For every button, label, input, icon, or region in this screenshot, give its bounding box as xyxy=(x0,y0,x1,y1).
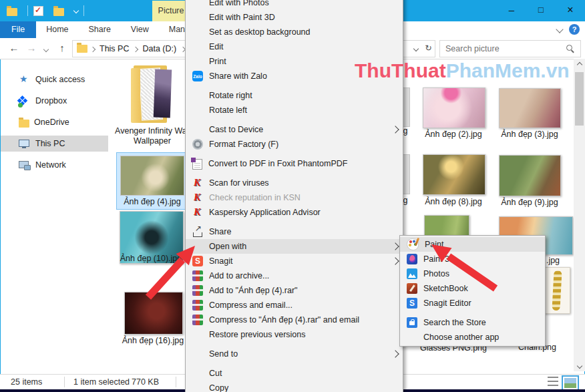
file-label[interactable]: Avenger Infinity War Wallpaper xyxy=(111,126,194,146)
sidebar-item[interactable]: This PC xyxy=(1,136,108,152)
sidebar-item-icon xyxy=(19,120,29,128)
context-menu-item[interactable]: Add to archive... xyxy=(186,268,403,283)
search-box[interactable] xyxy=(439,40,581,57)
menu-item-label: Open with xyxy=(209,242,390,251)
menu-item-label: Scan for viruses xyxy=(209,178,390,188)
context-menu-item[interactable]: Format Factory (F) xyxy=(186,137,403,152)
context-menu-item[interactable]: Set as desktop background xyxy=(186,25,403,39)
file-thumbnail-partial[interactable] xyxy=(424,215,469,238)
customize-toolbar-chevron-icon[interactable] xyxy=(73,8,79,13)
context-menu-item[interactable]: Snagit xyxy=(186,254,403,268)
properties-check-icon[interactable] xyxy=(33,6,43,16)
submenu-item[interactable]: Paint 3D xyxy=(400,252,545,266)
help-icon[interactable] xyxy=(569,24,580,35)
context-menu-item[interactable] xyxy=(186,118,403,122)
context-menu-item[interactable]: Compress to "Ảnh đẹp (4).rar" and email xyxy=(186,313,403,327)
context-menu-item[interactable]: Scan for viruses xyxy=(186,176,403,190)
submenu-item[interactable]: Paint xyxy=(400,237,545,252)
refresh-icon[interactable]: ↻ xyxy=(422,40,435,57)
forward-button[interactable]: → xyxy=(24,41,39,55)
vertical-scrollbar[interactable] xyxy=(574,59,585,371)
file-label[interactable]: Ảnh đẹp (10).jpg xyxy=(111,254,191,264)
details-view-icon[interactable] xyxy=(548,377,558,387)
file-label[interactable]: Ảnh đẹp (2).jpg xyxy=(419,130,488,140)
file-item-selected[interactable]: Ảnh đẹp (4).jpg xyxy=(116,152,188,210)
file-thumbnail[interactable] xyxy=(499,155,561,196)
submenu-item[interactable]: Snagit Editor xyxy=(400,296,545,311)
context-menu-item[interactable]: Cast to Device xyxy=(186,122,403,137)
file-label[interactable]: Ảnh đẹp (8).jpg xyxy=(419,197,488,207)
context-menu-item[interactable]: Send to xyxy=(186,347,403,361)
context-menu-item[interactable] xyxy=(186,220,403,224)
submenu-item[interactable]: Choose another app xyxy=(400,330,545,345)
context-menu-item[interactable]: Kaspersky Application Advisor xyxy=(186,205,403,220)
file-thumbnail[interactable] xyxy=(124,292,183,335)
ribbon-tab-label: Share xyxy=(89,25,111,34)
file-thumbnail[interactable] xyxy=(499,88,561,128)
breadcrumb-data-d[interactable]: Data (D:) xyxy=(140,44,179,53)
file-thumbnail-partial[interactable] xyxy=(544,267,570,314)
menu-item-label: Rotate right xyxy=(209,91,390,100)
context-menu-item[interactable] xyxy=(186,152,403,156)
context-menu-item[interactable]: Check reputation in KSN xyxy=(186,190,403,205)
sidebar-item[interactable]: Dropbox xyxy=(1,93,108,109)
context-menu-item[interactable]: Open with xyxy=(186,239,403,254)
context-menu-item[interactable] xyxy=(186,171,403,176)
scroll-up-icon[interactable] xyxy=(574,59,585,70)
file-thumbnail[interactable] xyxy=(423,154,485,195)
context-menu-item[interactable]: Restore previous versions xyxy=(186,327,403,342)
submenu-item[interactable] xyxy=(400,311,545,315)
ribbon-tab[interactable]: File xyxy=(0,21,36,38)
context-menu-item[interactable]: Convert to PDF in Foxit PhantomPDF xyxy=(186,156,403,171)
address-dropdown-chevron-icon[interactable] xyxy=(409,40,423,57)
recent-locations-chevron-icon[interactable] xyxy=(41,41,51,55)
context-menu-item[interactable] xyxy=(186,361,403,366)
ribbon-tab[interactable]: View xyxy=(121,21,159,38)
context-menu-item[interactable]: Edit with Paint 3D xyxy=(186,10,403,25)
search-icon[interactable] xyxy=(566,45,572,51)
context-menu-item[interactable]: Rotate left xyxy=(186,103,403,118)
context-menu-item[interactable]: Cut xyxy=(186,366,403,381)
scrollbar-thumb[interactable] xyxy=(575,72,584,126)
back-button[interactable]: ← xyxy=(7,41,21,55)
submenu-item[interactable]: Search the Store xyxy=(400,315,545,330)
minimize-button[interactable]: – xyxy=(497,0,526,21)
scroll-down-icon[interactable] xyxy=(574,360,585,371)
folder-item-avenger[interactable] xyxy=(118,64,187,126)
ribbon-tab-label: Home xyxy=(46,25,68,34)
context-menu-item[interactable] xyxy=(186,83,403,88)
breadcrumb-this-pc[interactable]: This PC xyxy=(97,44,132,53)
menu-item-label: Edit xyxy=(209,42,390,51)
ribbon-collapse-chevron-icon[interactable] xyxy=(556,25,563,33)
submenu-item[interactable]: Photos xyxy=(400,266,545,281)
submenu-item[interactable]: SketchBook xyxy=(400,281,545,296)
ribbon-tab-label: View xyxy=(131,25,149,34)
open-with-submenu: PaintPaint 3DPhotosSketchBookSnagit Edit… xyxy=(399,235,546,347)
context-menu-item[interactable]: Rotate right xyxy=(186,88,403,103)
context-menu-item[interactable] xyxy=(186,342,403,347)
close-button[interactable]: × xyxy=(556,0,585,21)
menu-item-icon xyxy=(407,238,419,250)
up-button[interactable]: ↑ xyxy=(55,41,69,55)
ribbon-tab[interactable]: Share xyxy=(79,21,121,38)
file-label[interactable]: Ảnh đẹp (9).jpg xyxy=(495,198,564,208)
folder-icon[interactable] xyxy=(7,8,17,16)
file-label[interactable]: Ảnh đẹp (3).jpg xyxy=(495,130,564,140)
picture-tools-tab[interactable]: Picture xyxy=(152,1,190,21)
thumbnails-view-icon[interactable] xyxy=(562,375,579,391)
context-menu-item[interactable]: Copy xyxy=(186,381,403,392)
ribbon-tab[interactable]: Home xyxy=(36,21,78,38)
context-menu-item[interactable]: Compress and email... xyxy=(186,298,403,313)
sidebar-item[interactable]: OneDrive xyxy=(1,114,108,130)
sidebar-item[interactable]: Network xyxy=(1,157,108,173)
context-menu-item[interactable]: Share xyxy=(186,224,403,239)
new-folder-icon[interactable] xyxy=(53,8,64,16)
context-menu-item[interactable]: Edit with Photos xyxy=(186,0,403,10)
sidebar-item[interactable]: Quick access xyxy=(1,71,108,87)
file-thumbnail[interactable] xyxy=(423,87,485,128)
file-label[interactable]: Ảnh đẹp (16).jpg xyxy=(111,336,195,346)
maximize-button[interactable]: □ xyxy=(526,0,556,21)
search-input[interactable] xyxy=(444,42,564,55)
context-menu-item[interactable]: Add to "Ảnh đẹp (4).rar" xyxy=(186,283,403,298)
context-menu-item[interactable]: Edit xyxy=(186,39,403,54)
